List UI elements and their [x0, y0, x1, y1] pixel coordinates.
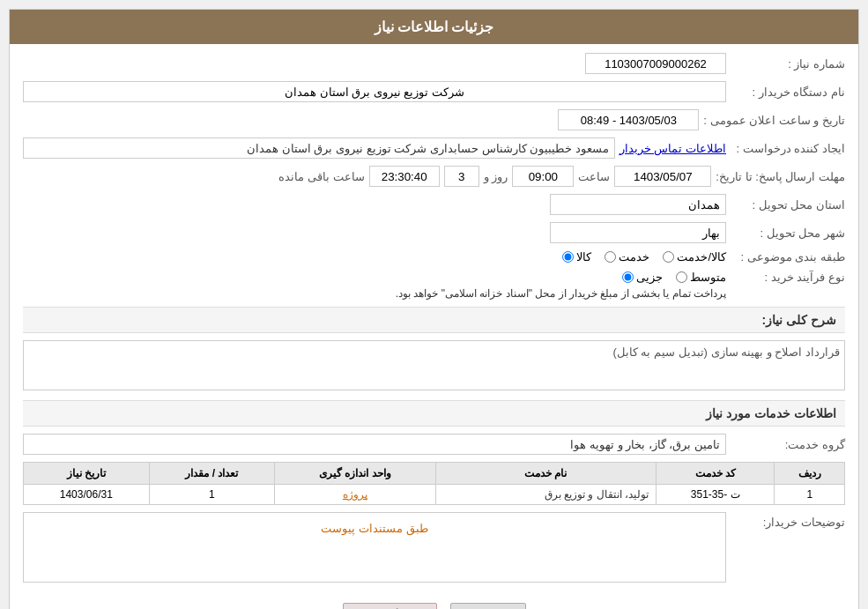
- city-input[interactable]: [550, 222, 726, 243]
- need-description-section-title: شرح کلی نیاز:: [23, 307, 845, 333]
- services-group-label: گروه خدمت:: [731, 438, 845, 451]
- creator-name-display: مسعود خطیبیون کارشناس حسابداری شرکت توزی…: [23, 137, 615, 159]
- purchase-type-radio-group: متوسط جزیی: [23, 271, 726, 284]
- cell-service-name: تولید، انتقال و توزیع برق: [435, 485, 656, 505]
- radio-kala-khedmat[interactable]: [663, 251, 674, 263]
- announce-label: تاریخ و ساعت اعلان عمومی :: [703, 114, 845, 127]
- col-quantity: تعداد / مقدار: [149, 463, 274, 485]
- province-input[interactable]: [550, 194, 726, 215]
- deadline-countdown-input[interactable]: [369, 166, 440, 187]
- deadline-countdown-label: ساعت باقی مانده: [278, 170, 364, 183]
- radio-motavasset-item: متوسط: [676, 271, 726, 284]
- deadline-row: مهلت ارسال پاسخ: تا تاریخ: ساعت روز و سا…: [23, 166, 845, 187]
- category-label: طبقه بندی موضوعی :: [731, 250, 845, 264]
- back-button[interactable]: بازگشت: [343, 603, 437, 609]
- radio-kala-item: کالا: [562, 250, 591, 264]
- purchase-type-label: نوع فرآیند خرید :: [731, 271, 845, 284]
- radio-kala-khedmat-label: کالا/خدمت: [677, 250, 726, 264]
- category-row: طبقه بندی موضوعی : کالا/خدمت خدمت کالا: [23, 250, 845, 264]
- province-label: استان محل تحویل :: [731, 198, 845, 212]
- table-row: 1 ت -35-351 تولید، انتقال و توزیع برق پر…: [24, 485, 845, 505]
- buyer-notes-inner-text: طبق مستندات پیوست: [28, 517, 721, 539]
- deadline-date-input[interactable]: [614, 166, 711, 187]
- cell-date: 1403/06/31: [24, 485, 150, 505]
- radio-khedmat-item: خدمت: [605, 250, 649, 264]
- buyer-org-input[interactable]: [23, 81, 726, 102]
- creator-contact-link[interactable]: اطلاعات تماس خریدار: [619, 142, 726, 155]
- radio-khedmat-label: خدمت: [619, 250, 649, 264]
- col-service-name: نام خدمت: [435, 463, 656, 485]
- buyer-org-label: نام دستگاه خریدار :: [731, 85, 845, 99]
- radio-jozvi-item: جزیی: [622, 271, 663, 284]
- cell-unit: پروژه: [275, 485, 436, 505]
- col-date: تاریخ نیاز: [24, 463, 150, 485]
- col-unit: واحد اندازه گیری: [275, 463, 436, 485]
- services-section-title: اطلاعات خدمات مورد نیاز: [23, 400, 845, 427]
- announce-row: تاریخ و ساعت اعلان عمومی :: [23, 109, 845, 130]
- services-group-row: گروه خدمت:: [23, 434, 845, 455]
- city-label: شهر محل تحویل :: [731, 227, 845, 240]
- category-radio-group: کالا/خدمت خدمت کالا: [562, 250, 726, 264]
- page-content: شماره نیاز : نام دستگاه خریدار : تاریخ و…: [10, 44, 858, 609]
- announce-value-input[interactable]: [558, 109, 699, 130]
- purchase-note: پرداخت تمام یا بخشی از مبلغ خریدار از مح…: [23, 287, 726, 300]
- radio-kala-label: کالا: [576, 250, 591, 264]
- radio-motavasset-label: متوسط: [690, 271, 726, 284]
- deadline-days-input[interactable]: [444, 166, 479, 187]
- services-table: ردیف کد خدمت نام خدمت واحد اندازه گیری ت…: [23, 462, 845, 505]
- need-number-label: شماره نیاز :: [731, 57, 845, 71]
- services-table-head: ردیف کد خدمت نام خدمت واحد اندازه گیری ت…: [24, 463, 845, 485]
- need-number-row: شماره نیاز :: [23, 53, 845, 74]
- creator-label: ایجاد کننده درخواست :: [731, 142, 845, 155]
- col-service-code: کد خدمت: [656, 463, 775, 485]
- deadline-time-label: ساعت: [578, 170, 610, 183]
- main-container: جزئیات اطلاعات نیاز شماره نیاز : نام دست…: [9, 9, 859, 609]
- buyer-org-row: نام دستگاه خریدار :: [23, 81, 845, 102]
- radio-jozvi[interactable]: [622, 271, 634, 283]
- print-button[interactable]: چاپ: [450, 603, 526, 609]
- need-description-textarea[interactable]: [23, 340, 845, 390]
- services-table-header-row: ردیف کد خدمت نام خدمت واحد اندازه گیری ت…: [24, 463, 845, 485]
- radio-khedmat[interactable]: [605, 251, 616, 263]
- need-description-wrapper: [23, 340, 845, 393]
- services-group-input[interactable]: [23, 434, 726, 455]
- creator-row: ایجاد کننده درخواست : اطلاعات تماس خریدا…: [23, 137, 845, 159]
- cell-quantity: 1: [149, 485, 274, 505]
- col-row-num: ردیف: [775, 463, 845, 485]
- deadline-time-input[interactable]: [512, 166, 574, 187]
- purchase-type-row: نوع فرآیند خرید : متوسط جزیی پرداخت تمام…: [23, 271, 845, 300]
- province-row: استان محل تحویل :: [23, 194, 845, 215]
- city-row: شهر محل تحویل :: [23, 222, 845, 243]
- need-number-input[interactable]: [585, 53, 726, 74]
- page-header: جزئیات اطلاعات نیاز: [10, 10, 858, 44]
- cell-row-num: 1: [775, 485, 845, 505]
- page-title: جزئیات اطلاعات نیاز: [375, 19, 494, 34]
- services-table-body: 1 ت -35-351 تولید، انتقال و توزیع برق پر…: [24, 485, 845, 505]
- cell-service-code: ت -35-351: [656, 485, 775, 505]
- deadline-days-label: روز و: [484, 170, 508, 183]
- radio-kala[interactable]: [562, 251, 574, 263]
- radio-motavasset[interactable]: [676, 271, 687, 283]
- buyer-notes-section: توضیحات خریدار: طبق مستندات پیوست: [23, 512, 845, 583]
- deadline-label: مهلت ارسال پاسخ: تا تاریخ:: [716, 170, 845, 183]
- radio-kala-khedmat-item: کالا/خدمت: [663, 250, 726, 264]
- buyer-notes-area: طبق مستندات پیوست: [23, 512, 726, 583]
- radio-jozvi-label: جزیی: [636, 271, 663, 284]
- buyer-notes-label: توضیحات خریدار:: [731, 512, 845, 529]
- button-row: چاپ بازگشت: [23, 590, 845, 609]
